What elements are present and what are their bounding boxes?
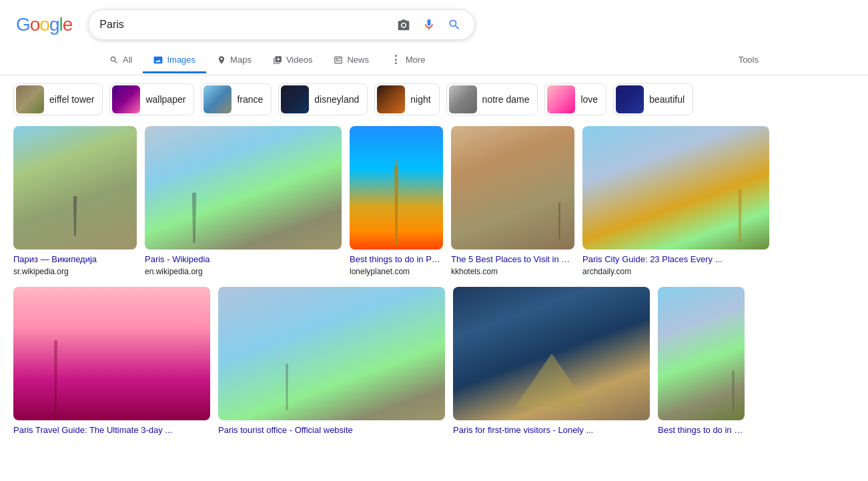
result-card-6[interactable]: Paris Travel Guide: The Ultimate 3-day .… [13, 287, 210, 436]
result-image-6 [13, 287, 210, 420]
google-logo[interactable]: Google [16, 14, 72, 35]
search-tab-icon [109, 55, 119, 65]
chip-love[interactable]: love [544, 83, 606, 115]
chip-france-label: france [237, 94, 263, 105]
tab-more[interactable]: ⋮ More [380, 47, 436, 75]
camera-icon [397, 18, 410, 31]
chip-notre-dame-label: notre dame [482, 94, 530, 105]
result-source-2: en.wikipedia.org [145, 267, 342, 276]
result-image-3 [350, 126, 443, 250]
result-card-4[interactable]: The 5 Best Places to Visit in Paris ... … [451, 126, 574, 276]
tools-button[interactable]: Tools [728, 48, 769, 73]
filter-chips: eiffel tower wallpaper france disneyland… [0, 75, 868, 123]
result-source-5: archdaily.com [582, 267, 769, 276]
maps-tab-icon [217, 55, 226, 65]
tab-maps[interactable]: Maps [206, 48, 262, 73]
result-image-8 [453, 287, 650, 420]
chip-wallpaper[interactable]: wallpaper [109, 83, 194, 115]
result-card-5[interactable]: Paris City Guide: 23 Places Every ... ar… [582, 126, 769, 276]
result-image-1 [13, 126, 137, 250]
image-grid: Париз — Википедија sr.wikipedia.org Pari… [0, 123, 868, 439]
chip-night-label: night [410, 94, 430, 105]
chip-notre-dame-image [449, 85, 477, 113]
header: Google [0, 0, 868, 47]
tab-news[interactable]: News [323, 48, 380, 73]
microphone-icon [422, 18, 436, 31]
result-title-5: Paris City Guide: 23 Places Every ... [582, 254, 769, 266]
tab-news-label: News [347, 55, 369, 65]
tab-more-label: More [406, 55, 426, 65]
image-row-1: Париз — Википедија sr.wikipedia.org Pari… [13, 126, 855, 276]
result-title-2: Paris - Wikipedia [145, 254, 342, 266]
chip-disneyland-label: disneyland [314, 94, 359, 105]
chip-night[interactable]: night [374, 83, 439, 115]
result-title-1: Париз — Википедија [13, 254, 137, 266]
result-image-9 [658, 287, 745, 420]
tab-maps-label: Maps [230, 55, 252, 65]
search-icon [448, 18, 461, 31]
chip-wallpaper-label: wallpaper [145, 94, 185, 105]
chip-disneyland[interactable]: disneyland [278, 83, 368, 115]
result-title-8: Paris for first-time visitors - Lonely .… [453, 424, 650, 436]
result-source-1: sr.wikipedia.org [13, 267, 137, 276]
result-card-9[interactable]: Best things to do in Paris [658, 287, 745, 436]
result-card-8[interactable]: Paris for first-time visitors - Lonely .… [453, 287, 650, 436]
images-tab-icon [153, 55, 163, 65]
result-source-4: kkhotels.com [451, 267, 574, 276]
tab-images-label: Images [167, 55, 195, 65]
result-title-9: Best things to do in Paris [658, 424, 745, 436]
result-image-2 [145, 126, 342, 250]
search-bar[interactable] [88, 9, 475, 40]
chip-france[interactable]: france [201, 83, 272, 115]
more-dots-icon: ⋮ [390, 53, 402, 66]
chip-night-image [377, 85, 405, 113]
camera-search-button[interactable] [394, 15, 413, 34]
chip-wallpaper-image [112, 85, 140, 113]
search-input[interactable] [99, 19, 388, 31]
svg-point-0 [402, 23, 406, 27]
result-image-4 [451, 126, 574, 250]
chip-love-label: love [580, 94, 598, 105]
result-card-1[interactable]: Париз — Википедија sr.wikipedia.org [13, 126, 137, 276]
chip-beautiful-label: beautiful [649, 94, 685, 105]
result-title-4: The 5 Best Places to Visit in Paris ... [451, 254, 574, 266]
tab-images[interactable]: Images [143, 48, 206, 73]
tools-label: Tools [739, 55, 759, 65]
result-card-7[interactable]: Paris tourist office - Official website [218, 287, 445, 436]
result-card-2[interactable]: Paris - Wikipedia en.wikipedia.org [145, 126, 342, 276]
nav-tabs: All Images Maps Videos News ⋮ More Tools [0, 47, 868, 75]
search-button[interactable] [445, 15, 464, 34]
tab-all[interactable]: All [99, 48, 143, 73]
result-image-5 [582, 126, 769, 250]
image-row-2: Paris Travel Guide: The Ultimate 3-day .… [13, 287, 855, 436]
chip-france-image [203, 85, 232, 113]
chip-eiffel-tower-image [16, 85, 44, 113]
result-card-3[interactable]: Best things to do in Par... lonelyplanet… [350, 126, 443, 276]
tab-videos-label: Videos [286, 55, 313, 65]
chip-beautiful-image [616, 85, 644, 113]
news-tab-icon [334, 55, 343, 65]
chip-notre-dame[interactable]: notre dame [446, 83, 538, 115]
chip-love-image [547, 85, 575, 113]
result-title-7: Paris tourist office - Official website [218, 424, 445, 436]
voice-search-button[interactable] [420, 15, 438, 34]
result-title-6: Paris Travel Guide: The Ultimate 3-day .… [13, 424, 210, 436]
result-image-7 [218, 287, 445, 420]
tab-videos[interactable]: Videos [262, 48, 324, 73]
result-source-3: lonelyplanet.com [350, 267, 443, 276]
chip-beautiful[interactable]: beautiful [613, 83, 693, 115]
chip-eiffel-tower-label: eiffel tower [49, 94, 94, 105]
chip-disneyland-image [281, 85, 309, 113]
tab-all-label: All [123, 55, 132, 65]
videos-tab-icon [273, 55, 282, 65]
chip-eiffel-tower[interactable]: eiffel tower [13, 83, 103, 115]
result-title-3: Best things to do in Par... [350, 254, 443, 266]
